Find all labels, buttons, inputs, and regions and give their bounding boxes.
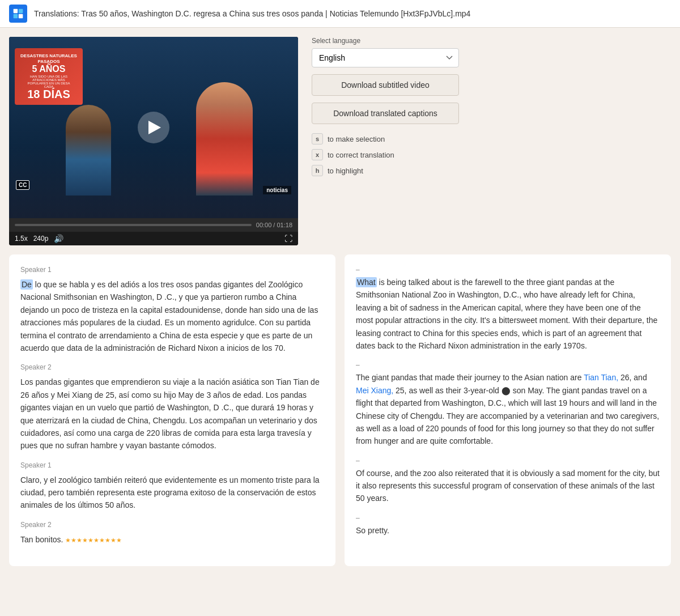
video-screen-graphic: DESASTRES NATURALES PASADOS 5 AÑOS HAN S… [15, 48, 83, 105]
translated-group-4: – So pretty. [356, 514, 660, 537]
translated-transcript-panel: – What is being talked about is the fare… [345, 254, 671, 566]
language-select[interactable]: English Spanish French [312, 48, 459, 67]
original-speaker-4: Speaker 2 [20, 521, 324, 529]
video-controls-bar: 1.5x 240p 🔊 ⛶ [9, 232, 298, 245]
shortcut-key-s: s [312, 133, 323, 145]
link-mei-xiang[interactable]: Mei Xiang, [356, 386, 393, 395]
download-subtitled-video-button[interactable]: Download subtitled video [312, 74, 459, 96]
translated-group-3: – Of course, and the zoo also reiterated… [356, 457, 660, 505]
playback-speed[interactable]: 1.5x [15, 235, 28, 243]
original-transcript-panel: Speaker 1 De lo que se habla y es del ad… [9, 254, 335, 566]
shortcut-desc-highlight: to highlight [328, 167, 363, 175]
translated-text-3[interactable]: Of course, and the zoo also reiterated t… [356, 467, 660, 505]
original-group-3: Speaker 1 Claro, y el zoológico también … [20, 461, 324, 512]
video-progress-bar[interactable] [15, 224, 252, 226]
video-player: DESASTRES NATURALES PASADOS 5 AÑOS HAN S… [9, 37, 298, 245]
original-group-2: Speaker 2 Los pandas gigantes que empren… [20, 363, 324, 452]
original-text-1[interactable]: De lo que se habla y es del adiós a los … [20, 278, 324, 354]
app-logo [9, 5, 27, 23]
video-quality[interactable]: 240p [33, 235, 49, 243]
video-time: 00:00 / 01:18 [256, 222, 292, 228]
controls-panel: Select language English Spanish French D… [312, 37, 671, 176]
highlight-what: What [356, 277, 377, 287]
original-text-4[interactable]: Tan bonitos. ★★★★★★★★★★ [20, 533, 324, 546]
original-text-3[interactable]: Claro, y el zoológico también reiteró qu… [20, 474, 324, 512]
shortcut-key-h: h [312, 165, 323, 176]
highlight-de: De [20, 279, 33, 290]
shortcut-desc-correction: to correct translation [328, 151, 394, 159]
transcript-section: Speaker 1 De lo que se habla y es del ad… [9, 254, 671, 566]
translated-group-2: – The giant pandas that made their journ… [356, 361, 660, 447]
main-content: DESASTRES NATURALES PASADOS 5 AÑOS HAN S… [0, 28, 680, 575]
translated-group-1: – What is being talked about is the fare… [356, 266, 660, 352]
video-wrapper: DESASTRES NATURALES PASADOS 5 AÑOS HAN S… [9, 37, 298, 218]
original-speaker-2: Speaker 2 [20, 363, 324, 371]
cc-badge: CC [16, 180, 29, 190]
language-section: Select language English Spanish French [312, 37, 671, 67]
svg-rect-1 [19, 9, 23, 14]
header: Translations: Tras 50 años, Washington D… [0, 0, 680, 28]
download-translated-captions-button[interactable]: Download translated captions [312, 103, 459, 124]
video-person-right [196, 82, 253, 196]
shortcut-selection: s to make selection [312, 133, 671, 145]
play-button[interactable] [138, 112, 169, 143]
translated-dash-2: – [356, 361, 660, 369]
shortcut-desc-selection: to make selection [328, 135, 385, 143]
original-speaker-1: Speaker 1 [20, 266, 324, 274]
svg-rect-3 [19, 14, 23, 19]
shortcut-highlight: h to highlight [312, 165, 671, 176]
translated-dash-3: – [356, 457, 660, 465]
translated-dash-1: – [356, 266, 660, 274]
link-tian-tian[interactable]: Tian Tian, [584, 373, 618, 382]
page-title: Translations: Tras 50 años, Washington D… [34, 9, 470, 18]
fullscreen-icon[interactable]: ⛶ [284, 234, 292, 243]
original-text-2[interactable]: Los pandas gigantes que emprendieron su … [20, 376, 324, 452]
translated-dash-4: – [356, 514, 660, 522]
translated-text-4[interactable]: So pretty. [356, 524, 660, 537]
translated-text-1[interactable]: What is being talked about is the farewe… [356, 276, 660, 352]
language-label: Select language [312, 37, 671, 45]
video-person-left [66, 105, 111, 196]
translated-text-2[interactable]: The giant pandas that made their journey… [356, 371, 660, 447]
volume-icon[interactable]: 🔊 [54, 234, 63, 243]
shortcuts-section: s to make selection x to correct transla… [312, 133, 671, 176]
shortcut-key-x: x [312, 149, 323, 160]
progress-bar-container: 00:00 / 01:18 [9, 218, 298, 232]
svg-rect-0 [14, 9, 18, 14]
top-section: DESASTRES NATURALES PASADOS 5 AÑOS HAN S… [9, 37, 671, 245]
svg-rect-2 [14, 14, 18, 19]
original-speaker-3: Speaker 1 [20, 461, 324, 469]
shortcut-correction: x to correct translation [312, 149, 671, 160]
original-group-4: Speaker 2 Tan bonitos. ★★★★★★★★★★ [20, 521, 324, 546]
play-icon [148, 121, 161, 134]
video-watermark: noticias [263, 186, 291, 194]
emoji-stars: ★★★★★★★★★★ [65, 537, 122, 543]
original-group-1: Speaker 1 De lo que se habla y es del ad… [20, 266, 324, 354]
